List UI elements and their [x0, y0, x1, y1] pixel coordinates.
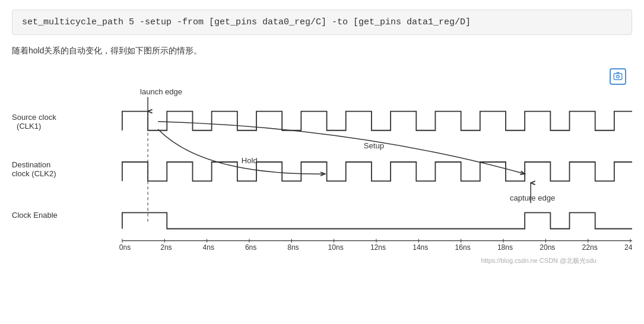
svg-text:12ns: 12ns [370, 243, 386, 252]
svg-text:18ns: 18ns [497, 243, 513, 252]
diagram-container: Source clock (CLK1) Destination clock (C… [12, 68, 632, 270]
screenshot-icon[interactable] [610, 68, 626, 85]
svg-text:clock (CLK2): clock (CLK2) [12, 169, 56, 178]
code-block: set_multicycle_path 5 -setup -from [get_… [12, 9, 632, 35]
svg-text:0ns: 0ns [119, 243, 131, 252]
timing-diagram-svg: Source clock (CLK1) Destination clock (C… [12, 68, 632, 258]
description-text: 随着hold关系的自动变化，得到如下图所示的情形。 [12, 46, 632, 56]
svg-text:Hold: Hold [242, 156, 258, 165]
svg-rect-0 [614, 74, 622, 80]
svg-text:22ns: 22ns [582, 243, 598, 252]
watermark: https://blog.csdn.ne CSDN @北极光sdu [481, 256, 597, 265]
svg-text:launch edge: launch edge [140, 87, 182, 96]
code-text: set_multicycle_path 5 -setup -from [get_… [22, 17, 471, 27]
svg-text:16ns: 16ns [455, 243, 471, 252]
svg-text:capture edge: capture edge [510, 193, 555, 202]
svg-text:24ns: 24ns [624, 243, 632, 252]
svg-text:Clock Enable: Clock Enable [12, 211, 58, 220]
svg-point-1 [617, 75, 620, 78]
svg-text:14ns: 14ns [413, 243, 428, 252]
svg-text:8ns: 8ns [287, 243, 299, 252]
svg-text:10ns: 10ns [328, 243, 344, 252]
svg-text:4ns: 4ns [203, 243, 214, 252]
svg-text:2ns: 2ns [160, 243, 172, 252]
svg-text:20ns: 20ns [540, 243, 555, 252]
svg-text:6ns: 6ns [245, 243, 256, 252]
source-clock-label: Source clock [12, 113, 56, 122]
svg-text:Destination: Destination [12, 160, 50, 169]
svg-text:(CLK1): (CLK1) [17, 122, 41, 131]
